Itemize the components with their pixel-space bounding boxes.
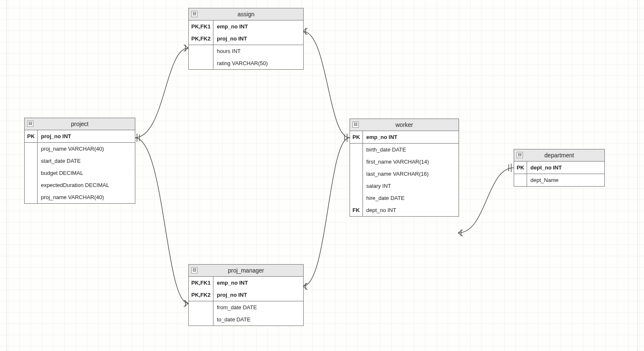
field-cell: expectedDuration DECIMAL: [38, 179, 135, 191]
column-row: PKproj_no INT: [25, 130, 135, 143]
er-diagram-canvas: ⊟ project PKproj_no INT proj_name VARCHA…: [0, 0, 644, 351]
svg-line-16: [458, 230, 463, 233]
collapse-icon[interactable]: ⊟: [191, 11, 198, 17]
key-cell: [189, 57, 213, 69]
column-row: start_date DATE: [25, 155, 135, 167]
entity-title-text: proj_manager: [228, 267, 264, 274]
columns-table: PK,FK1emp_no INTPK,FK2proj_no INT from_d…: [189, 277, 303, 326]
columns-table: PKemp_no INT birth_date DATE first_name …: [350, 131, 459, 216]
column-row: PK,FK2proj_no INT: [189, 33, 303, 45]
entity-title-text: worker: [396, 121, 413, 128]
key-cell: [189, 301, 213, 314]
column-row: budget DECIMAL: [25, 167, 135, 179]
field-cell: hire_date DATE: [363, 192, 459, 204]
key-cell: [350, 156, 363, 168]
entity-department[interactable]: ⊟ department PKdept_no INT dept_Name: [514, 149, 605, 187]
rel-projmanager-worker: [303, 138, 350, 286]
column-row: hire_date DATE: [350, 192, 459, 204]
svg-line-2: [184, 45, 188, 48]
column-row: expectedDuration DECIMAL: [25, 179, 135, 191]
column-row: proj_name VARCHAR(40): [25, 143, 135, 155]
entity-title: ⊟ assign: [189, 8, 303, 20]
field-cell: dept_Name: [527, 174, 604, 187]
key-cell: [350, 192, 363, 204]
key-cell: FK: [350, 204, 363, 216]
entity-title: ⊟ proj_manager: [189, 265, 303, 277]
key-cell: [189, 45, 213, 58]
collapse-icon[interactable]: ⊟: [517, 152, 523, 158]
key-cell: [350, 180, 363, 192]
field-cell: birth_date DATE: [363, 144, 459, 156]
entity-proj-manager[interactable]: ⊟ proj_manager PK,FK1emp_no INTPK,FK2pro…: [188, 264, 304, 326]
key-cell: [189, 313, 213, 326]
collapse-icon[interactable]: ⊟: [27, 121, 33, 127]
key-cell: [350, 168, 363, 180]
svg-line-6: [184, 303, 188, 307]
key-cell: PK: [350, 131, 363, 144]
entity-title: ⊟ project: [25, 118, 135, 130]
column-row: salary INT: [350, 180, 459, 192]
column-row: FKdept_no INT: [350, 204, 459, 216]
entity-worker[interactable]: ⊟ worker PKemp_no INT birth_date DATE fi…: [350, 119, 459, 217]
field-cell: start_date DATE: [38, 155, 135, 167]
collapse-icon[interactable]: ⊟: [191, 267, 198, 273]
field-cell: rating VARCHAR(50): [213, 57, 303, 69]
key-cell: PK,FK2: [189, 33, 213, 45]
columns-table: PKdept_no INT dept_Name: [514, 162, 604, 186]
entity-title: ⊟ worker: [350, 119, 459, 131]
entity-title-text: assign: [238, 11, 254, 18]
column-row: dept_Name: [514, 174, 604, 187]
collapse-icon[interactable]: ⊟: [352, 121, 359, 128]
field-cell: to_date DATE: [213, 313, 303, 326]
key-cell: [25, 191, 38, 203]
entity-project[interactable]: ⊟ project PKproj_no INT proj_name VARCHA…: [24, 118, 135, 204]
field-cell: dept_no INT: [527, 162, 604, 174]
column-row: last_name VARCHAR(16): [350, 168, 459, 180]
field-cell: last_name VARCHAR(16): [363, 168, 459, 180]
key-cell: [25, 143, 38, 155]
key-cell: [350, 144, 363, 156]
key-cell: PK,FK1: [189, 20, 213, 33]
field-cell: proj_name VARCHAR(40): [38, 143, 135, 155]
column-row: proj_name VARCHAR(40): [25, 191, 135, 203]
key-cell: PK: [25, 130, 38, 143]
field-cell: proj_no INT: [38, 130, 135, 143]
entity-title-text: department: [545, 152, 574, 159]
field-cell: emp_no INT: [363, 131, 459, 144]
rel-project-projmanager: [134, 138, 188, 303]
key-cell: [25, 155, 38, 167]
rel-project-assign: [134, 48, 188, 138]
key-cell: [514, 174, 527, 187]
field-cell: proj_no INT: [213, 289, 303, 301]
field-cell: proj_name VARCHAR(40): [38, 191, 135, 203]
key-cell: PK,FK2: [189, 289, 213, 301]
entity-title-text: project: [71, 121, 89, 127]
field-cell: hours INT: [213, 45, 303, 58]
rel-worker-department: [458, 168, 514, 233]
key-cell: PK: [514, 162, 527, 174]
column-row: PKemp_no INT: [350, 131, 459, 144]
field-cell: dept_no INT: [363, 204, 459, 216]
svg-line-17: [458, 233, 463, 236]
column-row: to_date DATE: [189, 313, 303, 326]
rel-assign-worker: [303, 31, 350, 138]
field-cell: from_date DATE: [213, 301, 303, 314]
column-row: PKdept_no INT: [514, 162, 604, 174]
field-cell: emp_no INT: [213, 277, 303, 289]
column-row: PK,FK2proj_no INT: [189, 289, 303, 301]
key-cell: [25, 167, 38, 179]
field-cell: salary INT: [363, 180, 459, 192]
svg-line-3: [184, 48, 188, 51]
column-row: from_date DATE: [189, 301, 303, 314]
column-row: PK,FK1emp_no INT: [189, 20, 303, 33]
key-cell: PK,FK1: [189, 277, 213, 289]
field-cell: budget DECIMAL: [38, 167, 135, 179]
column-row: rating VARCHAR(50): [189, 57, 303, 69]
field-cell: first_name VARCHAR(14): [363, 156, 459, 168]
entity-assign[interactable]: ⊟ assign PK,FK1emp_no INTPK,FK2proj_no I…: [188, 8, 304, 70]
column-row: first_name VARCHAR(14): [350, 156, 459, 168]
field-cell: emp_no INT: [213, 20, 303, 33]
entity-title: ⊟ department: [514, 149, 604, 162]
column-row: hours INT: [189, 45, 303, 58]
key-cell: [25, 179, 38, 191]
